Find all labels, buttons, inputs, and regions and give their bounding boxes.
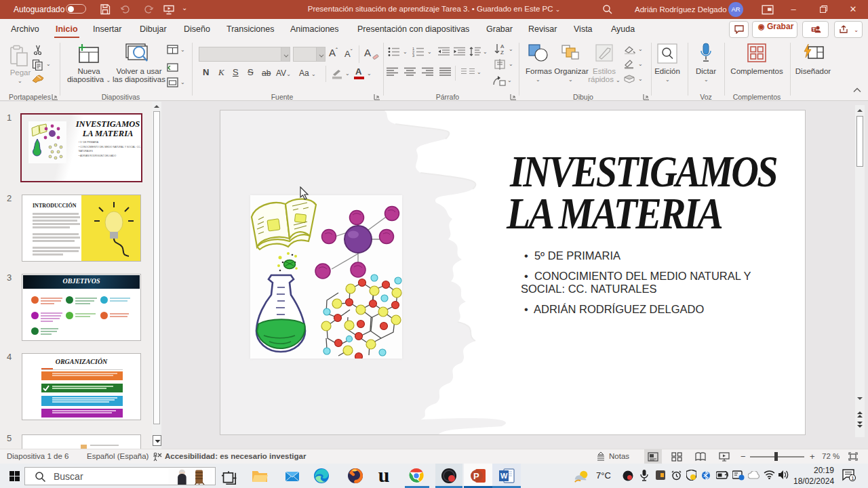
svg-text:1: 1 bbox=[851, 475, 854, 481]
svg-text:Z: Z bbox=[500, 49, 504, 55]
svg-text:3: 3 bbox=[412, 54, 414, 57]
svg-text:W: W bbox=[500, 472, 508, 480]
svg-text:A: A bbox=[500, 43, 505, 49]
svg-text:P: P bbox=[473, 471, 479, 481]
svg-text:T: T bbox=[812, 27, 815, 32]
